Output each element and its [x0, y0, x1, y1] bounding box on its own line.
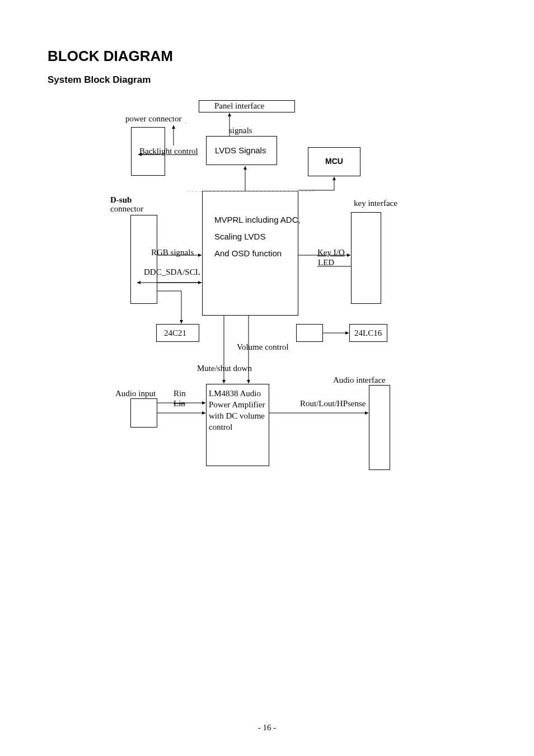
label-24c21: 24C21 — [164, 328, 186, 338]
box-audio-input — [130, 398, 157, 428]
label-mvprl1: MVPRL including ADC, — [214, 215, 301, 225]
page-subtitle: System Block Diagram — [48, 74, 151, 86]
label-lm1: LM4838 Audio — [209, 388, 261, 398]
label-backlight-control: Backlight control — [139, 146, 198, 156]
label-signals: signals — [229, 125, 252, 135]
label-key-interface: key interface — [354, 198, 397, 208]
page-title: BLOCK DIAGRAM — [48, 48, 173, 65]
box-i2c — [296, 324, 323, 342]
label-panel-interface: Panel interface — [214, 101, 265, 111]
label-24lc16: 24LC16 — [354, 328, 382, 338]
label-led: LED — [318, 257, 334, 267]
label-keyio: Key I/O — [317, 247, 345, 257]
label-lm4: control — [209, 422, 233, 432]
connectors — [0, 0, 534, 756]
box-key-interface — [351, 212, 381, 304]
label-audio-interface: Audio interface — [333, 375, 386, 385]
box-audio-out — [369, 385, 390, 470]
label-lm2: Power Amplifier — [209, 400, 265, 410]
label-mcu: MCU — [325, 157, 343, 166]
label-connector: connector — [110, 204, 143, 214]
label-volume: Volume control — [237, 342, 289, 352]
label-mvprl3: And OSD function — [214, 248, 282, 259]
label-mvprl2: Scaling LVDS — [214, 232, 265, 242]
label-ddc: DDC_SDA/SCL — [144, 267, 200, 277]
label-audio-input: Audio input — [115, 388, 156, 398]
label-rout: Rout/Lout/HPsense — [300, 398, 366, 408]
label-power-connector: power connector — [125, 114, 181, 124]
label-rin: Rin — [174, 388, 186, 398]
label-lvds: LVDS Signals — [215, 145, 266, 156]
label-lm3: with DC volume — [209, 411, 265, 421]
label-lin: Lin — [174, 398, 185, 408]
label-rgb: RGB signals — [151, 247, 194, 257]
box-dsub — [130, 215, 157, 304]
label-mute: Mute/shut down — [197, 363, 252, 373]
page-footer: - 16 - — [0, 723, 534, 732]
